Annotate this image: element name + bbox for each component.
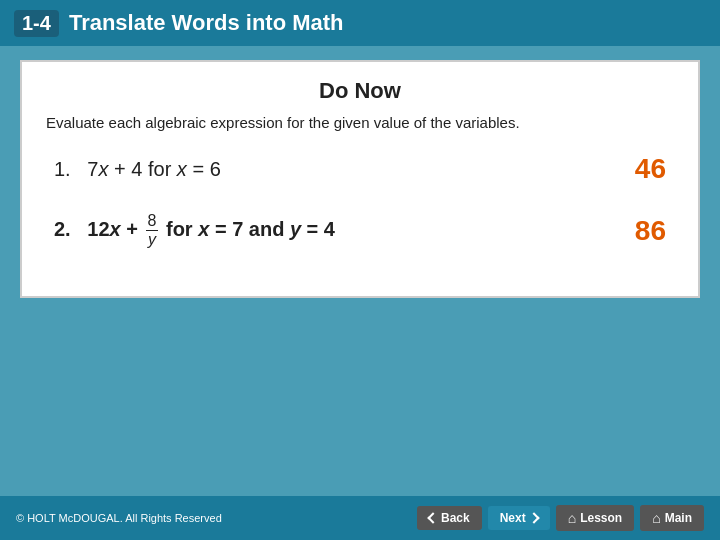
back-arrow-icon bbox=[427, 512, 438, 523]
back-label: Back bbox=[441, 511, 470, 525]
problem-row-2: 2. 12x + 8y for x = 7 and y = 4 86 bbox=[46, 213, 674, 248]
card-subtitle: Evaluate each algebraic expression for t… bbox=[46, 112, 674, 133]
next-button[interactable]: Next bbox=[488, 506, 550, 530]
lesson-badge: 1-4 bbox=[14, 10, 59, 37]
page-title: Translate Words into Math bbox=[69, 10, 344, 36]
card-title: Do Now bbox=[46, 78, 674, 104]
main-icon: ⌂ bbox=[652, 510, 660, 526]
problem-2-answer: 86 bbox=[635, 215, 666, 247]
main-button[interactable]: ⌂ Main bbox=[640, 505, 704, 531]
problem-row-1: 1. 7x + 4 for x = 6 46 bbox=[46, 153, 674, 185]
problem-1-answer: 46 bbox=[635, 153, 666, 185]
lesson-button[interactable]: ⌂ Lesson bbox=[556, 505, 634, 531]
fraction-8-over-y: 8y bbox=[146, 213, 159, 248]
lesson-icon: ⌂ bbox=[568, 510, 576, 526]
problem-1-text: 1. 7x + 4 for x = 6 bbox=[54, 158, 221, 181]
next-arrow-icon bbox=[528, 512, 539, 523]
problem-2-expr: 12x + 8y for x = 7 and y = 4 bbox=[87, 218, 335, 240]
next-label: Next bbox=[500, 511, 526, 525]
main-content: Do Now Evaluate each algebraic expressio… bbox=[0, 46, 720, 496]
problem-2-number: 2. bbox=[54, 218, 82, 240]
problem-1-number: 1. bbox=[54, 158, 82, 180]
footer-bar: © HOLT McDOUGAL. All Rights Reserved Bac… bbox=[0, 496, 720, 540]
problem-2-text: 2. 12x + 8y for x = 7 and y = 4 bbox=[54, 213, 335, 248]
header-bar: 1-4 Translate Words into Math bbox=[0, 0, 720, 46]
footer-nav: Back Next ⌂ Lesson ⌂ Main bbox=[417, 505, 704, 531]
lesson-label: Lesson bbox=[580, 511, 622, 525]
copyright-text: © HOLT McDOUGAL. All Rights Reserved bbox=[16, 512, 222, 524]
main-label: Main bbox=[665, 511, 692, 525]
problem-1-expr: 7x + 4 for x = 6 bbox=[87, 158, 220, 180]
back-button[interactable]: Back bbox=[417, 506, 482, 530]
content-card: Do Now Evaluate each algebraic expressio… bbox=[20, 60, 700, 298]
